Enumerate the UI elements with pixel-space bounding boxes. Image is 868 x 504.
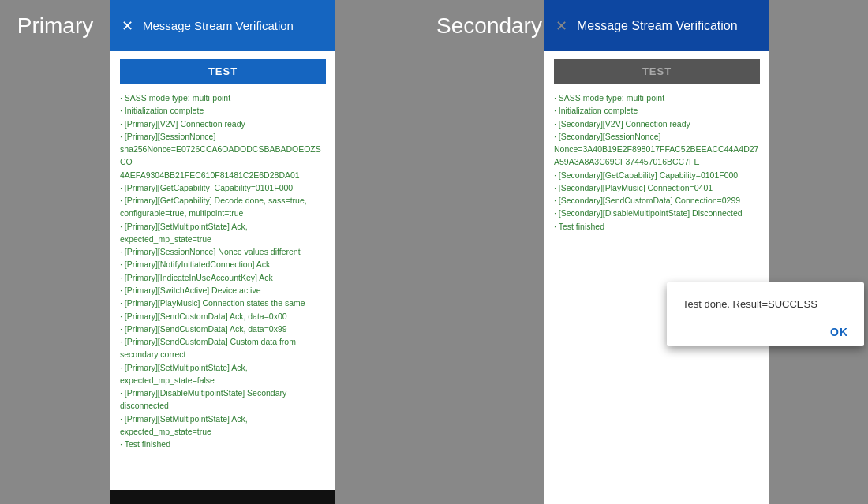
- right-panel: Secondary ✕ Message Stream Verification …: [434, 0, 868, 504]
- right-dialog-title: Message Stream Verification: [577, 19, 738, 33]
- left-test-button[interactable]: TEST: [120, 59, 326, 84]
- right-test-button[interactable]: TEST: [554, 59, 760, 84]
- left-dialog-header: ✕ Message Stream Verification: [110, 0, 335, 51]
- result-ok-container: OK: [683, 326, 848, 338]
- result-dialog: Test done. Result=SUCCESS OK: [667, 282, 864, 346]
- primary-title: Primary: [17, 13, 93, 39]
- secondary-label: Secondary: [434, 0, 544, 51]
- left-close-button[interactable]: ✕: [122, 19, 133, 33]
- left-bottom-bar: [110, 490, 335, 504]
- secondary-title: Secondary: [436, 13, 542, 39]
- right-close-button[interactable]: ✕: [556, 19, 567, 33]
- left-panel: Primary ✕ Message Stream Verification TE…: [0, 0, 434, 504]
- left-dialog-title: Message Stream Verification: [143, 19, 294, 32]
- result-text: Test done. Result=SUCCESS: [683, 298, 848, 310]
- right-log: · SASS mode type: multi-point · Initiali…: [554, 91, 760, 233]
- left-log: · SASS mode type: multi-point · Initiali…: [120, 91, 326, 450]
- result-ok-button[interactable]: OK: [830, 326, 848, 338]
- right-dialog: ✕ Message Stream Verification TEST · SAS…: [544, 0, 769, 504]
- primary-label: Primary: [0, 0, 110, 51]
- left-dialog: ✕ Message Stream Verification TEST · SAS…: [110, 0, 335, 504]
- left-dialog-body: TEST · SASS mode type: multi-point · Ini…: [110, 51, 335, 504]
- right-dialog-header: ✕ Message Stream Verification: [544, 0, 769, 51]
- right-dialog-body: TEST · SASS mode type: multi-point · Ini…: [544, 51, 769, 504]
